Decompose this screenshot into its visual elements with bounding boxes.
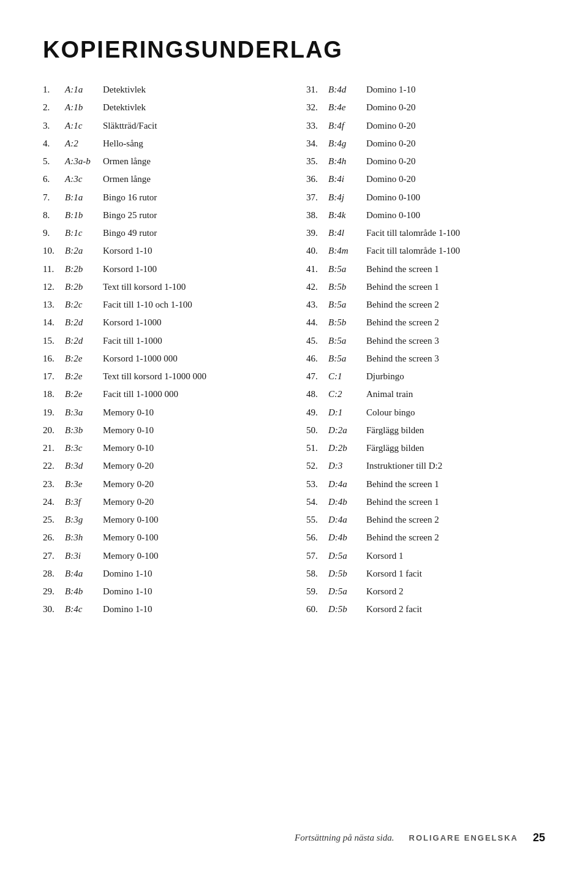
entry-text: Korsord 1-1000 (103, 316, 282, 330)
entry-text: Ormen långe (103, 172, 282, 186)
entry-code: D:2a (328, 423, 366, 437)
entry-number: 53. (306, 477, 328, 491)
list-item: 58. D:5b Korsord 1 facit (306, 567, 545, 581)
list-item: 52. D:3 Instruktioner till D:2 (306, 459, 545, 473)
entry-text: Facit till talområde 1-100 (366, 244, 545, 258)
entry-number: 21. (43, 441, 65, 455)
entry-number: 50. (306, 423, 328, 437)
entry-text: Memory 0-10 (103, 423, 282, 437)
entry-text: Behind the screen 3 (366, 334, 545, 348)
entry-text: Facit till 1-10 och 1-100 (103, 298, 282, 312)
list-item: 17. B:2e Text till korsord 1-1000 000 (43, 369, 282, 384)
list-item: 24. B:3f Memory 0-20 (43, 495, 282, 509)
list-item: 38. B:4k Domino 0-100 (306, 208, 545, 222)
entry-number: 29. (43, 585, 65, 599)
entry-text: Korsord 1 facit (366, 567, 545, 581)
entry-code: B:2a (65, 244, 103, 258)
list-item: 34. B:4g Domino 0-20 (306, 137, 545, 151)
list-item: 59. D:5a Korsord 2 (306, 585, 545, 599)
list-item: 40. B:4m Facit till talområde 1-100 (306, 244, 545, 258)
entry-code: B:3e (65, 477, 103, 491)
entry-code: B:3b (65, 423, 103, 437)
entry-text: Behind the screen 1 (366, 477, 545, 491)
entry-text: Domino 1-10 (103, 585, 282, 599)
entry-number: 52. (306, 459, 328, 473)
entry-code: A:3c (65, 172, 103, 186)
entry-number: 40. (306, 244, 328, 258)
entry-code: B:4m (328, 244, 366, 258)
entry-number: 44. (306, 316, 328, 330)
entry-number: 46. (306, 352, 328, 366)
list-item: 32. B:4e Domino 0-20 (306, 100, 545, 115)
list-item: 16. B:2e Korsord 1-1000 000 (43, 352, 282, 366)
entry-code: D:5b (328, 602, 366, 616)
list-item: 21. B:3c Memory 0-10 (43, 441, 282, 455)
entry-code: D:4b (328, 495, 366, 509)
entry-text: Domino 0-20 (366, 172, 545, 186)
entry-text: Korsord 1-1000 000 (103, 352, 282, 366)
entry-number: 30. (43, 602, 65, 616)
entry-code: A:3a-b (65, 154, 103, 168)
entry-number: 28. (43, 567, 65, 581)
entry-code: B:4k (328, 208, 366, 222)
entry-code: D:4a (328, 513, 366, 527)
entry-code: B:2e (65, 369, 103, 384)
list-item: 49. D:1 Colour bingo (306, 406, 545, 420)
entry-text: Behind the screen 2 (366, 316, 545, 330)
entry-code: B:4g (328, 137, 366, 151)
entry-text: Facit till 1-1000 000 (103, 387, 282, 401)
entry-number: 59. (306, 585, 328, 599)
list-item: 11. B:2b Korsord 1-100 (43, 262, 282, 276)
entry-code: B:5a (328, 298, 366, 312)
entry-number: 7. (43, 191, 65, 205)
entry-code: B:4i (328, 172, 366, 186)
entry-number: 57. (306, 549, 328, 563)
entry-text: Korsord 1 (366, 549, 545, 563)
entry-number: 12. (43, 280, 65, 294)
entry-code: D:3 (328, 459, 366, 473)
entry-number: 18. (43, 387, 65, 401)
entry-number: 39. (306, 226, 328, 240)
page-number: 25 (533, 831, 545, 844)
entry-number: 16. (43, 352, 65, 366)
entry-code: D:4a (328, 477, 366, 491)
list-item: 23. B:3e Memory 0-20 (43, 477, 282, 491)
entry-number: 25. (43, 513, 65, 527)
entry-number: 31. (306, 83, 328, 97)
list-item: 22. B:3d Memory 0-20 (43, 459, 282, 473)
list-item: 35. B:4h Domino 0-20 (306, 154, 545, 168)
entry-code: B:4a (65, 567, 103, 581)
entry-code: B:5a (328, 334, 366, 348)
list-item: 44. B:5b Behind the screen 2 (306, 316, 545, 330)
entry-number: 47. (306, 369, 328, 384)
entry-number: 49. (306, 406, 328, 420)
entry-text: Korsord 2 facit (366, 602, 545, 616)
entry-text: Domino 0-20 (366, 137, 545, 151)
entry-text: Memory 0-100 (103, 531, 282, 545)
entry-text: Memory 0-10 (103, 441, 282, 455)
entry-number: 15. (43, 334, 65, 348)
entry-text: Behind the screen 3 (366, 352, 545, 366)
entry-code: D:5b (328, 567, 366, 581)
entry-code: B:3f (65, 495, 103, 509)
page-title: KOPIERINGSUNDERLAG (43, 37, 545, 63)
list-item: 1. A:1a Detektivlek (43, 83, 282, 97)
entry-code: B:5b (328, 280, 366, 294)
entry-text: Djurbingo (366, 369, 545, 384)
entry-code: D:2b (328, 441, 366, 455)
entry-code: B:3g (65, 513, 103, 527)
entry-number: 55. (306, 513, 328, 527)
entry-code: B:4j (328, 191, 366, 205)
entry-code: B:1a (65, 191, 103, 205)
right-column: 31. B:4d Domino 1-10 32. B:4e Domino 0-2… (300, 83, 545, 621)
entry-number: 60. (306, 602, 328, 616)
entry-text: Färglägg bilden (366, 423, 545, 437)
list-item: 37. B:4j Domino 0-100 (306, 191, 545, 205)
entry-number: 48. (306, 387, 328, 401)
entry-number: 14. (43, 316, 65, 330)
list-item: 15. B:2d Facit till 1-1000 (43, 334, 282, 348)
entry-number: 43. (306, 298, 328, 312)
entry-code: B:2b (65, 280, 103, 294)
entry-text: Färglägg bilden (366, 441, 545, 455)
entry-number: 34. (306, 137, 328, 151)
